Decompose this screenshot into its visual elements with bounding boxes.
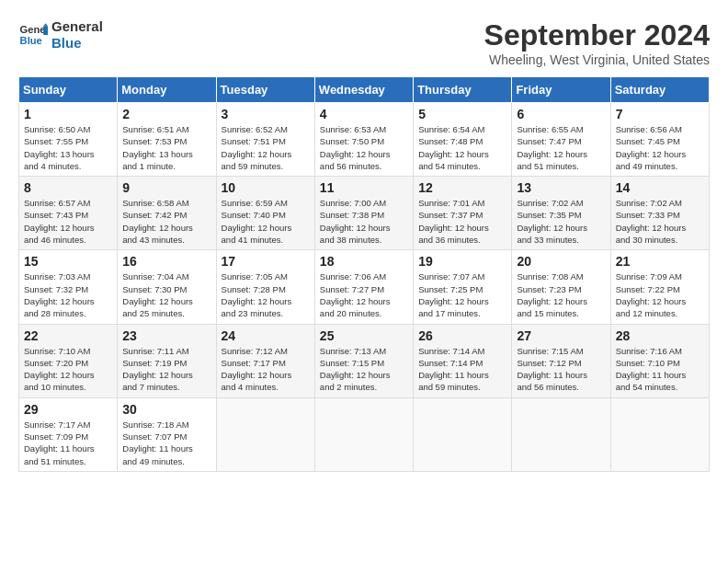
calendar-cell: 1Sunrise: 6:50 AM Sunset: 7:55 PM Daylig… <box>19 103 118 177</box>
day-number: 2 <box>122 107 210 121</box>
calendar-cell: 24Sunrise: 7:12 AM Sunset: 7:17 PM Dayli… <box>216 324 314 397</box>
location-title: Wheeling, West Virginia, United States <box>484 52 710 67</box>
logo: General Blue General Blue <box>18 18 103 52</box>
day-number: 30 <box>122 402 210 417</box>
day-info: Sunrise: 6:58 AM Sunset: 7:42 PM Dayligh… <box>122 197 210 246</box>
calendar-cell: 10Sunrise: 6:59 AM Sunset: 7:40 PM Dayli… <box>216 177 314 250</box>
day-number: 22 <box>24 328 112 343</box>
day-number: 15 <box>24 254 112 269</box>
day-number: 13 <box>517 180 605 195</box>
calendar-cell: 3Sunrise: 6:52 AM Sunset: 7:51 PM Daylig… <box>216 103 314 177</box>
svg-text:Blue: Blue <box>20 35 42 46</box>
logo-text-line2: Blue <box>51 35 103 52</box>
week-row-5: 29Sunrise: 7:17 AM Sunset: 7:09 PM Dayli… <box>19 397 710 471</box>
day-info: Sunrise: 7:13 AM Sunset: 7:15 PM Dayligh… <box>320 345 408 394</box>
day-number: 16 <box>122 254 210 269</box>
calendar-cell: 9Sunrise: 6:58 AM Sunset: 7:42 PM Daylig… <box>118 177 216 250</box>
day-number: 19 <box>418 254 506 269</box>
calendar-cell: 21Sunrise: 7:09 AM Sunset: 7:22 PM Dayli… <box>610 250 709 324</box>
calendar-table: SundayMondayTuesdayWednesdayThursdayFrid… <box>18 76 710 472</box>
calendar-cell: 16Sunrise: 7:04 AM Sunset: 7:30 PM Dayli… <box>118 250 216 324</box>
calendar-cell <box>512 397 610 471</box>
calendar-cell: 27Sunrise: 7:15 AM Sunset: 7:12 PM Dayli… <box>512 324 610 397</box>
day-info: Sunrise: 7:07 AM Sunset: 7:25 PM Dayligh… <box>418 270 506 319</box>
day-info: Sunrise: 7:03 AM Sunset: 7:32 PM Dayligh… <box>24 270 112 319</box>
day-info: Sunrise: 6:55 AM Sunset: 7:47 PM Dayligh… <box>517 123 605 172</box>
calendar-cell: 7Sunrise: 6:56 AM Sunset: 7:45 PM Daylig… <box>610 103 709 177</box>
day-info: Sunrise: 7:02 AM Sunset: 7:33 PM Dayligh… <box>616 197 704 246</box>
day-info: Sunrise: 7:09 AM Sunset: 7:22 PM Dayligh… <box>616 270 704 319</box>
title-area: September 2024 Wheeling, West Virginia, … <box>484 18 710 67</box>
day-info: Sunrise: 6:50 AM Sunset: 7:55 PM Dayligh… <box>24 123 112 172</box>
day-number: 7 <box>616 107 704 121</box>
day-number: 6 <box>517 107 605 121</box>
calendar-cell: 8Sunrise: 6:57 AM Sunset: 7:43 PM Daylig… <box>19 177 118 250</box>
week-row-1: 1Sunrise: 6:50 AM Sunset: 7:55 PM Daylig… <box>19 103 710 177</box>
week-row-2: 8Sunrise: 6:57 AM Sunset: 7:43 PM Daylig… <box>19 177 710 250</box>
calendar-cell: 11Sunrise: 7:00 AM Sunset: 7:38 PM Dayli… <box>314 177 413 250</box>
day-number: 1 <box>24 107 112 121</box>
calendar-cell: 30Sunrise: 7:18 AM Sunset: 7:07 PM Dayli… <box>118 397 216 471</box>
day-number: 25 <box>320 328 408 343</box>
calendar-cell <box>414 397 512 471</box>
day-info: Sunrise: 7:08 AM Sunset: 7:23 PM Dayligh… <box>517 270 605 319</box>
day-number: 5 <box>418 107 506 121</box>
day-info: Sunrise: 7:04 AM Sunset: 7:30 PM Dayligh… <box>122 270 210 319</box>
calendar-cell: 5Sunrise: 6:54 AM Sunset: 7:48 PM Daylig… <box>414 103 512 177</box>
day-info: Sunrise: 7:10 AM Sunset: 7:20 PM Dayligh… <box>24 345 112 394</box>
calendar-cell: 13Sunrise: 7:02 AM Sunset: 7:35 PM Dayli… <box>512 177 610 250</box>
page-header: General Blue General Blue September 2024… <box>18 18 710 67</box>
day-number: 21 <box>616 254 704 269</box>
calendar-cell: 22Sunrise: 7:10 AM Sunset: 7:20 PM Dayli… <box>19 324 118 397</box>
calendar-cell: 29Sunrise: 7:17 AM Sunset: 7:09 PM Dayli… <box>19 397 118 471</box>
logo-icon: General Blue <box>18 20 48 50</box>
weekday-header-tuesday: Tuesday <box>216 77 314 103</box>
day-number: 29 <box>24 402 112 417</box>
day-number: 4 <box>320 107 408 121</box>
weekday-header-wednesday: Wednesday <box>314 77 413 103</box>
calendar-cell: 17Sunrise: 7:05 AM Sunset: 7:28 PM Dayli… <box>216 250 314 324</box>
day-number: 8 <box>24 180 112 195</box>
calendar-cell: 14Sunrise: 7:02 AM Sunset: 7:33 PM Dayli… <box>610 177 709 250</box>
logo-text-line1: General <box>51 18 103 35</box>
calendar-cell <box>216 397 314 471</box>
day-info: Sunrise: 6:59 AM Sunset: 7:40 PM Dayligh… <box>222 197 310 246</box>
calendar-cell: 6Sunrise: 6:55 AM Sunset: 7:47 PM Daylig… <box>512 103 610 177</box>
day-info: Sunrise: 7:17 AM Sunset: 7:09 PM Dayligh… <box>24 419 112 467</box>
calendar-cell: 2Sunrise: 6:51 AM Sunset: 7:53 PM Daylig… <box>118 103 216 177</box>
svg-marker-2 <box>43 26 48 35</box>
day-info: Sunrise: 6:57 AM Sunset: 7:43 PM Dayligh… <box>24 197 112 246</box>
day-info: Sunrise: 7:12 AM Sunset: 7:17 PM Dayligh… <box>222 345 310 394</box>
day-info: Sunrise: 7:11 AM Sunset: 7:19 PM Dayligh… <box>122 345 210 394</box>
weekday-header-sunday: Sunday <box>19 77 118 103</box>
calendar-cell: 18Sunrise: 7:06 AM Sunset: 7:27 PM Dayli… <box>314 250 413 324</box>
day-number: 23 <box>122 328 210 343</box>
day-info: Sunrise: 6:51 AM Sunset: 7:53 PM Dayligh… <box>122 123 210 172</box>
calendar-cell: 25Sunrise: 7:13 AM Sunset: 7:15 PM Dayli… <box>314 324 413 397</box>
day-number: 17 <box>222 254 310 269</box>
calendar-cell <box>314 397 413 471</box>
day-info: Sunrise: 7:01 AM Sunset: 7:37 PM Dayligh… <box>418 197 506 246</box>
day-number: 10 <box>222 180 310 195</box>
day-info: Sunrise: 7:14 AM Sunset: 7:14 PM Dayligh… <box>418 345 506 394</box>
calendar-cell: 26Sunrise: 7:14 AM Sunset: 7:14 PM Dayli… <box>414 324 512 397</box>
calendar-cell: 28Sunrise: 7:16 AM Sunset: 7:10 PM Dayli… <box>610 324 709 397</box>
weekday-header-thursday: Thursday <box>414 77 512 103</box>
day-info: Sunrise: 6:56 AM Sunset: 7:45 PM Dayligh… <box>616 123 704 172</box>
week-row-4: 22Sunrise: 7:10 AM Sunset: 7:20 PM Dayli… <box>19 324 710 397</box>
day-number: 27 <box>517 328 605 343</box>
weekday-header-monday: Monday <box>118 77 216 103</box>
calendar-cell: 23Sunrise: 7:11 AM Sunset: 7:19 PM Dayli… <box>118 324 216 397</box>
weekday-header-saturday: Saturday <box>610 77 709 103</box>
day-info: Sunrise: 7:16 AM Sunset: 7:10 PM Dayligh… <box>616 345 704 394</box>
day-number: 28 <box>616 328 704 343</box>
day-number: 18 <box>320 254 408 269</box>
calendar-cell: 4Sunrise: 6:53 AM Sunset: 7:50 PM Daylig… <box>314 103 413 177</box>
day-info: Sunrise: 6:54 AM Sunset: 7:48 PM Dayligh… <box>418 123 506 172</box>
day-info: Sunrise: 6:53 AM Sunset: 7:50 PM Dayligh… <box>320 123 408 172</box>
day-number: 12 <box>418 180 506 195</box>
calendar-cell: 15Sunrise: 7:03 AM Sunset: 7:32 PM Dayli… <box>19 250 118 324</box>
day-number: 9 <box>122 180 210 195</box>
day-number: 24 <box>222 328 310 343</box>
day-info: Sunrise: 7:00 AM Sunset: 7:38 PM Dayligh… <box>320 197 408 246</box>
